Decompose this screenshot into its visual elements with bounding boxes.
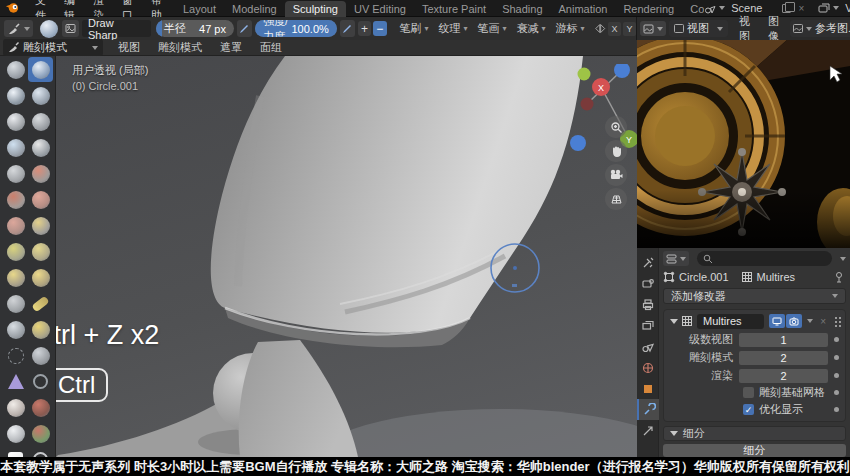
brush-tool-14-1[interactable] bbox=[28, 421, 53, 446]
subdivide-button[interactable]: 细分 bbox=[663, 444, 846, 457]
properties-tab-tool[interactable] bbox=[637, 252, 659, 273]
brush-tool-8-0[interactable] bbox=[3, 265, 28, 290]
brush-tool-1-0[interactable] bbox=[3, 83, 28, 108]
modifier-name-field[interactable]: Multires bbox=[697, 314, 764, 329]
brush-tool-6-1[interactable] bbox=[28, 213, 53, 238]
brush-name-field[interactable]: Draw Sharp bbox=[82, 20, 151, 37]
mode-selector[interactable]: 雕刻模式 bbox=[3, 39, 103, 56]
properties-tab-render[interactable] bbox=[637, 273, 659, 294]
copy-icon[interactable] bbox=[782, 4, 791, 13]
brush-tool-14-0[interactable] bbox=[3, 421, 28, 446]
brush-tool-9-1[interactable] bbox=[28, 291, 53, 316]
modifier-extras-button[interactable] bbox=[807, 319, 813, 323]
properties-tab-viewlayer[interactable] bbox=[637, 315, 659, 336]
properties-tab-modifier[interactable] bbox=[637, 399, 659, 420]
header-dropdown[interactable]: 纹理▾ bbox=[434, 21, 473, 36]
brush-tool-6-0[interactable] bbox=[3, 213, 28, 238]
pin-icon[interactable] bbox=[834, 271, 844, 283]
image-mode-dropdown[interactable]: 视图 bbox=[669, 20, 728, 37]
brush-tool-10-1[interactable] bbox=[28, 317, 53, 342]
editor-type-button[interactable] bbox=[640, 21, 666, 36]
workspace-tab-texture-paint[interactable]: Texture Paint bbox=[414, 1, 494, 17]
view-layer-selector[interactable]: View Layer × bbox=[818, 1, 850, 16]
properties-tab-object[interactable] bbox=[637, 378, 659, 399]
brush-tool-9-0[interactable] bbox=[3, 291, 28, 316]
workspace-tab-uv-editing[interactable]: UV Editing bbox=[346, 1, 414, 17]
symmetry-y-toggle[interactable]: Y bbox=[623, 22, 636, 36]
header-dropdown[interactable]: 衰减▾ bbox=[512, 21, 551, 36]
radius-slider[interactable]: 半径 47 px bbox=[156, 20, 234, 37]
workspace-tab-co[interactable]: Co bbox=[682, 1, 704, 17]
camera-view-button[interactable] bbox=[605, 164, 627, 186]
active-tool-selector[interactable] bbox=[4, 20, 33, 37]
zoom-button[interactable] bbox=[605, 116, 627, 138]
brush-tool-15-1[interactable] bbox=[28, 447, 53, 457]
direction-subtract-button[interactable]: − bbox=[373, 21, 386, 36]
direction-add-button[interactable]: + bbox=[358, 21, 371, 36]
checkbox[interactable] bbox=[743, 387, 754, 398]
workspace-tab-layout[interactable]: Layout bbox=[175, 1, 224, 17]
close-icon[interactable]: × bbox=[798, 3, 804, 14]
brush-datablock-icon[interactable] bbox=[62, 20, 79, 37]
brush-tool-7-0[interactable] bbox=[3, 239, 28, 264]
value-field[interactable]: 2 bbox=[739, 369, 828, 383]
drag-handle-icon[interactable] bbox=[834, 316, 842, 327]
header-dropdown[interactable]: 游标▾ bbox=[551, 21, 590, 36]
properties-tab-world[interactable] bbox=[637, 357, 659, 378]
brush-tool-0-1[interactable] bbox=[28, 57, 53, 82]
viewport-menu-item[interactable]: 雕刻模式 bbox=[149, 40, 211, 55]
header-dropdown[interactable]: 笔刷▾ bbox=[395, 21, 434, 36]
viewport-menu-item[interactable]: 视图 bbox=[109, 40, 149, 55]
brush-tool-7-1[interactable] bbox=[28, 239, 53, 264]
workspace-tab-modeling[interactable]: Modeling bbox=[224, 1, 285, 17]
viewport-menu-item[interactable]: 遮罩 bbox=[211, 40, 251, 55]
brush-tool-8-1[interactable] bbox=[28, 265, 53, 290]
brush-tool-2-0[interactable] bbox=[3, 109, 28, 134]
brush-tool-15-0[interactable] bbox=[3, 447, 28, 457]
workspace-tab-animation[interactable]: Animation bbox=[551, 1, 616, 17]
properties-tab-scene[interactable] bbox=[637, 336, 659, 357]
brush-tool-12-1[interactable] bbox=[28, 369, 53, 394]
brush-tool-3-1[interactable] bbox=[28, 135, 53, 160]
perspective-toggle-button[interactable] bbox=[605, 188, 627, 210]
subdivision-section-header[interactable]: 细分 bbox=[663, 426, 846, 441]
render-display-toggle[interactable] bbox=[786, 314, 802, 328]
breadcrumb-modifier[interactable]: Multires bbox=[757, 271, 796, 283]
value-field[interactable]: 1 bbox=[739, 333, 828, 347]
workspace-tab-shading[interactable]: Shading bbox=[494, 1, 550, 17]
brush-preview-icon[interactable] bbox=[40, 20, 58, 38]
editor-type-button[interactable] bbox=[663, 251, 689, 266]
add-modifier-button[interactable]: 添加修改器 bbox=[663, 288, 846, 304]
viewport-menu-item[interactable]: 面组 bbox=[251, 40, 291, 55]
animate-dot-icon[interactable] bbox=[834, 337, 839, 342]
image-datablock[interactable]: 参考图.jpg bbox=[790, 20, 850, 37]
radius-pressure-button[interactable] bbox=[237, 20, 252, 37]
checkbox-checked[interactable]: ✓ bbox=[743, 404, 754, 415]
expand-arrow-icon[interactable] bbox=[670, 319, 678, 324]
strength-pressure-button[interactable] bbox=[340, 20, 355, 37]
brush-tool-10-0[interactable] bbox=[3, 317, 28, 342]
brush-tool-13-0[interactable] bbox=[3, 395, 28, 420]
workspace-tab-sculpting[interactable]: Sculpting bbox=[285, 1, 346, 17]
brush-tool-2-1[interactable] bbox=[28, 109, 53, 134]
strength-slider[interactable]: 强度/力度 100.0% bbox=[255, 20, 337, 37]
header-dropdown[interactable]: 笔画▾ bbox=[473, 21, 512, 36]
workspace-tab-rendering[interactable]: Rendering bbox=[615, 1, 682, 17]
brush-tool-12-0[interactable] bbox=[3, 369, 28, 394]
image-editor-menu-item[interactable]: 图像 bbox=[759, 14, 788, 44]
brush-tool-4-0[interactable] bbox=[3, 161, 28, 186]
brush-tool-1-1[interactable] bbox=[28, 83, 53, 108]
image-editor-menu-item[interactable]: 视图 bbox=[730, 14, 759, 44]
brush-tool-11-1[interactable] bbox=[28, 343, 53, 368]
properties-tab-physics[interactable] bbox=[637, 420, 659, 441]
brush-tool-13-1[interactable] bbox=[28, 395, 53, 420]
properties-search-input[interactable] bbox=[697, 251, 832, 266]
brush-tool-0-0[interactable] bbox=[3, 57, 28, 82]
reference-image-viewport[interactable] bbox=[637, 40, 850, 248]
animate-dot-icon[interactable] bbox=[834, 373, 839, 378]
chevron-down-icon[interactable] bbox=[840, 257, 846, 261]
animate-dot-icon[interactable] bbox=[834, 390, 839, 395]
brush-tool-11-0[interactable] bbox=[3, 343, 28, 368]
symmetry-x-toggle[interactable]: X bbox=[608, 22, 621, 36]
value-field[interactable]: 2 bbox=[739, 351, 828, 365]
